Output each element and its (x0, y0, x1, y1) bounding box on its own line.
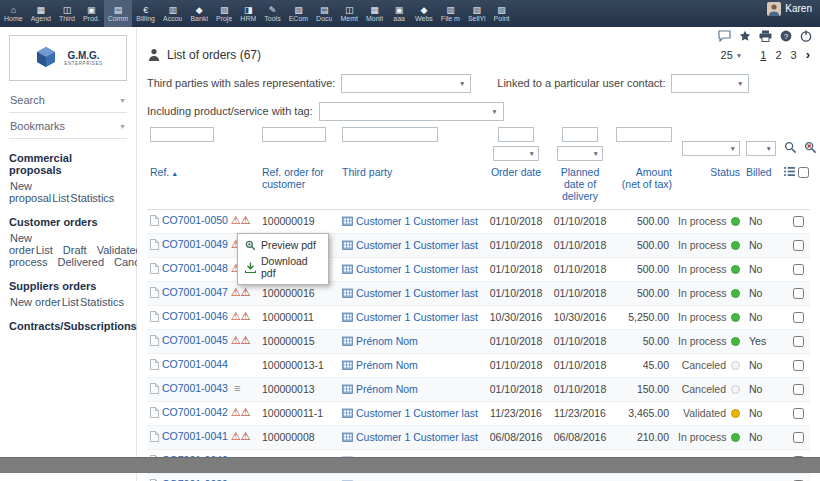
document-icon[interactable] (150, 383, 159, 394)
menu-item-point[interactable]: ▨ Point (490, 0, 514, 27)
menu-item-ecom[interactable]: ▨ ECom (285, 0, 312, 27)
chat-icon[interactable] (718, 30, 731, 42)
billed-filter-select[interactable]: ▼ (746, 141, 776, 156)
customer-ref-filter-input[interactable] (262, 127, 326, 142)
menu-item-proje[interactable]: ▧ Proje (212, 0, 236, 27)
row-checkbox[interactable] (793, 240, 804, 251)
menu-item-third[interactable]: ◫ Third (55, 0, 79, 27)
sort-third-party-header[interactable]: Third party (342, 166, 392, 178)
amount-filter-input[interactable] (616, 127, 672, 142)
document-icon[interactable] (150, 263, 159, 274)
sidebar-item-statistics[interactable]: Statistics (69, 189, 114, 206)
row-checkbox[interactable] (793, 408, 804, 419)
printer-icon[interactable] (759, 30, 772, 42)
sidebar-item-new-order[interactable]: New order (9, 293, 61, 310)
sidebar-item-list[interactable]: List (61, 293, 79, 310)
status-filter-select[interactable]: ▼ (682, 141, 740, 156)
menu-item-hrm[interactable]: ◨ HRM (236, 0, 260, 27)
document-icon[interactable] (150, 287, 159, 298)
order-ref-link[interactable]: CO7001-0049 (162, 238, 228, 250)
sort-amount-header[interactable]: Amount (net of tax) (622, 166, 672, 190)
page-size-select[interactable]: 25 ▼ (721, 49, 743, 61)
third-party-link[interactable]: Customer 1 Customer last (356, 311, 478, 323)
third-party-link[interactable]: Prénom Nom (356, 335, 418, 347)
sidebar-item-list[interactable]: List (51, 189, 69, 206)
sidebar-item-statistics[interactable]: Statistics (79, 293, 124, 310)
next-page-button[interactable]: › (806, 49, 810, 61)
sort-customer-ref-header[interactable]: Ref. order for customer (262, 166, 324, 190)
sidebar-bookmarks-toggle[interactable]: Bookmarks ▼ (9, 113, 127, 139)
row-checkbox[interactable] (793, 216, 804, 227)
order-ref-link[interactable]: CO7001-0044 (162, 358, 228, 370)
order-ref-link[interactable]: CO7001-0050 (162, 214, 228, 226)
delivery-date-month-select[interactable]: ▼ (557, 146, 603, 161)
sidebar-item-new-proposal[interactable]: New proposal (9, 177, 51, 206)
third-party-link[interactable]: Customer 1 Customer last (356, 287, 478, 299)
document-icon[interactable] (150, 215, 159, 226)
sidebar-search-toggle[interactable]: Search ▼ (9, 87, 127, 113)
third-party-link[interactable]: Customer 1 Customer last (356, 263, 478, 275)
sort-delivery-date-header[interactable]: Planned date of delivery (561, 166, 600, 202)
sidebar-item-delivered[interactable]: Delivered (48, 253, 104, 270)
page-1[interactable]: 1 (760, 49, 766, 61)
clear-search-button[interactable] (804, 141, 817, 154)
order-ref-link[interactable]: CO7001-0045 (162, 334, 228, 346)
star-icon[interactable] (739, 30, 751, 42)
row-checkbox[interactable] (793, 432, 804, 443)
help-icon[interactable]: ? (780, 30, 792, 42)
order-date-filter-input[interactable] (498, 127, 534, 142)
tag-select[interactable]: ▼ (319, 102, 504, 121)
avatar[interactable] (767, 2, 781, 16)
user-contact-select[interactable]: ▼ (671, 74, 749, 93)
document-icon[interactable] (150, 359, 159, 370)
order-ref-link[interactable]: CO7001-0046 (162, 310, 228, 322)
menu-item-banki[interactable]: ◆ Banki (186, 0, 212, 27)
sort-status-header[interactable]: Status (710, 166, 740, 178)
menu-item-aaa[interactable]: ▣ aaa (387, 0, 411, 27)
select-all-checkbox[interactable] (798, 167, 809, 178)
columns-icon[interactable] (784, 167, 795, 176)
menu-item-agend[interactable]: ▦ Agend (27, 0, 55, 27)
sort-order-date-header[interactable]: Order date (491, 166, 541, 178)
order-ref-link[interactable]: CO7001-0048 (162, 262, 228, 274)
menu-item-comm[interactable]: ▤ Comm (104, 0, 133, 27)
ref-filter-input[interactable] (150, 127, 214, 142)
menu-item-monit[interactable]: ▦ Monit (362, 0, 387, 27)
sales-rep-select[interactable]: ▼ (341, 74, 471, 93)
sort-billed-header[interactable]: Billed (746, 166, 772, 178)
document-icon[interactable] (150, 335, 159, 346)
third-party-link[interactable]: Customer 1 Customer last (356, 431, 478, 443)
third-party-link[interactable]: Customer 1 Customer last (356, 239, 478, 251)
preview-pdf-menuitem[interactable]: Preview pdf (238, 237, 328, 253)
order-ref-link[interactable]: CO7001-0043 (162, 382, 228, 394)
row-checkbox[interactable] (793, 336, 804, 347)
row-checkbox[interactable] (793, 384, 804, 395)
menu-item-sellyi[interactable]: ▧ SellYi (464, 0, 490, 27)
menu-item-webs[interactable]: ◆ Webs (411, 0, 437, 27)
third-party-link[interactable]: Customer 1 Customer last (356, 407, 478, 419)
delivery-date-filter-input[interactable] (562, 127, 598, 142)
user-name[interactable]: Karen (785, 2, 812, 16)
menu-item-tools[interactable]: ✎ Tools (260, 0, 284, 27)
document-icon[interactable] (150, 407, 159, 418)
third-party-filter-input[interactable] (342, 127, 438, 142)
sort-ref-header[interactable]: Ref. (150, 166, 169, 178)
logout-icon[interactable] (800, 30, 812, 42)
page-3[interactable]: 3 (791, 49, 797, 61)
order-date-month-select[interactable]: ▼ (493, 146, 539, 161)
menu-item-home[interactable]: ⌂ Home (0, 0, 27, 27)
search-button[interactable] (784, 141, 797, 154)
order-ref-link[interactable]: CO7001-0047 (162, 286, 228, 298)
third-party-link[interactable]: Prénom Nom (356, 359, 418, 371)
menu-item-accou[interactable]: ▥ Accou (159, 0, 186, 27)
page-2[interactable]: 2 (775, 49, 781, 61)
menu-item-file-m[interactable]: ▥ File m (437, 0, 464, 27)
document-icon[interactable] (150, 239, 159, 250)
third-party-link[interactable]: Customer 1 Customer last (356, 215, 478, 227)
document-icon[interactable] (150, 431, 159, 442)
document-icon[interactable] (150, 311, 159, 322)
menu-item-docu[interactable]: ▤ Docu (312, 0, 336, 27)
row-checkbox[interactable] (793, 264, 804, 275)
company-logo[interactable]: G.M.G. ENTERPRISES (9, 35, 127, 81)
row-checkbox[interactable] (793, 312, 804, 323)
